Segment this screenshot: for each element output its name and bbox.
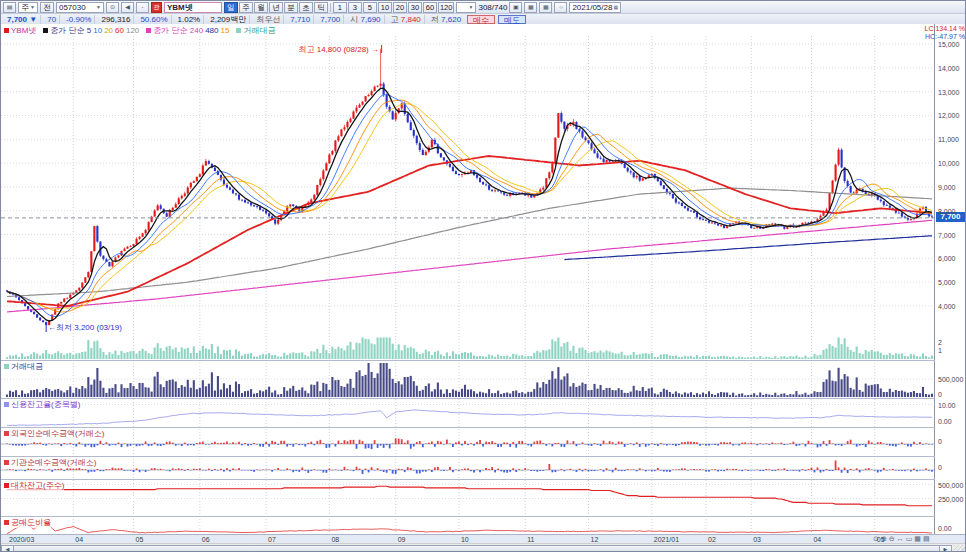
buy-button[interactable]: 매수	[467, 15, 495, 24]
date-field[interactable]: 2021/05/28▦	[569, 2, 621, 13]
legend-item[interactable]: YBM넷	[4, 25, 36, 36]
period-button-초[interactable]: 초	[299, 2, 313, 13]
chart-tool-icon[interactable]: ▭	[906, 535, 913, 543]
pane-divider	[1, 516, 935, 517]
legend-text: 10	[93, 26, 102, 35]
scrollbar-thumb[interactable]	[13, 545, 940, 552]
horizontal-scrollbar[interactable]: ◀ ▶	[1, 543, 966, 552]
price-axis-label: 10,000	[938, 160, 966, 167]
month-label: 07	[268, 536, 276, 543]
sound-icon[interactable]: ◀	[121, 2, 134, 13]
price-axis-label: 8,000	[938, 208, 966, 215]
open-price: 7,690	[361, 15, 381, 24]
axis-label: 2	[938, 339, 966, 346]
stock-code-input[interactable]: 057030▼	[56, 2, 104, 13]
interval-button-20[interactable]: 20	[393, 2, 407, 13]
month-label: 06	[202, 536, 210, 543]
interval-button-120[interactable]: 120	[438, 2, 455, 13]
price-axis-label: 14,000	[938, 65, 966, 72]
legend-item[interactable]: 종가 단순 24048015	[146, 25, 229, 36]
month-label: 2021/01	[654, 536, 679, 543]
chart-tool-icon[interactable]: ⊖	[889, 535, 895, 543]
change-percent: -0.90%	[63, 15, 95, 24]
legend-text: 종가 단순 240	[153, 25, 203, 36]
period-button-틱[interactable]: 틱	[314, 2, 328, 13]
rate2: 1.02%	[175, 15, 205, 24]
grid-icon[interactable]: ▦	[524, 2, 537, 13]
period-button-분[interactable]: 분	[284, 2, 298, 13]
chart-tool-icon[interactable]: ▦	[914, 535, 921, 543]
series-swatch-icon	[4, 520, 9, 525]
chart-area: YBM넷종가 단순 5102060120종가 단순 24048015거래대금 L…	[1, 24, 966, 534]
axis-label: 0.00	[938, 418, 966, 425]
axis-label: 500,000	[938, 482, 966, 489]
period-button-월[interactable]: 월	[254, 2, 268, 13]
high-annotation: 최고 14,800 (08/28) →	[299, 44, 380, 55]
price-axis-label: 6,000	[938, 255, 966, 262]
extra-combo[interactable]: ▼	[456, 2, 476, 13]
sell-button[interactable]: 매도	[498, 15, 526, 24]
low-label: 저	[431, 15, 439, 24]
month-label: 05	[877, 536, 885, 543]
chart-legend: YBM넷종가 단순 5102060120종가 단순 24048015거래대금	[4, 25, 275, 36]
period-button-주[interactable]: 주	[239, 2, 253, 13]
scroll-right-icon[interactable]: ▶	[939, 545, 952, 552]
low-annotation: ←최저 3,200 (03/19)	[48, 322, 122, 333]
jeon-button[interactable]: 전	[40, 2, 54, 13]
interval-buttons: 13510203060120	[333, 2, 455, 13]
legend-text: 120	[126, 26, 139, 35]
market-combo[interactable]: 주▼	[18, 2, 38, 13]
legend-text: 종가 단순 5	[50, 25, 91, 36]
chart-tool-icon[interactable]: ↔	[897, 535, 904, 543]
month-label: 12	[591, 536, 599, 543]
interval-button-3[interactable]: 3	[348, 2, 362, 13]
period-button-년[interactable]: 년	[269, 2, 283, 13]
interval-button-5[interactable]: 5	[363, 2, 377, 13]
hc-value: HC:-47.97 %	[925, 33, 965, 41]
series-swatch-icon	[236, 28, 241, 33]
stock-name-field: YBM넷	[164, 2, 222, 13]
search-icon[interactable]: ⊙	[106, 2, 119, 13]
pane-divider	[1, 456, 935, 457]
legend-text: 20	[104, 26, 113, 35]
series-swatch-icon	[4, 431, 9, 436]
calendar-icon[interactable]: ▦	[539, 2, 552, 13]
price-axis-label: 9,000	[938, 184, 966, 191]
lc-hc-readout: LC:134.14 % HC:-47.97 %	[925, 25, 965, 41]
legend-text: 480	[205, 26, 218, 35]
gear-icon[interactable]: ☼	[554, 2, 567, 13]
axis-label: 500,000	[938, 376, 966, 383]
high-label: 고	[391, 15, 399, 24]
interval-button-60[interactable]: 60	[423, 2, 437, 13]
chevron-down-icon: ▼	[96, 3, 101, 12]
pane-label-4: 기관순매수금액(거래소)	[4, 457, 96, 468]
price-chart-canvas[interactable]	[1, 24, 935, 534]
price-axis-label: 13,000	[938, 89, 966, 96]
month-label: 04	[813, 536, 821, 543]
price-axis-label: 12,000	[938, 112, 966, 119]
chart-tool-icon[interactable]: ▤	[923, 535, 930, 543]
interval-button-30[interactable]: 30	[408, 2, 422, 13]
interval-button-10[interactable]: 10	[378, 2, 392, 13]
price-axis-label: 7,000	[938, 232, 966, 239]
legend-item[interactable]: 거래대금	[236, 25, 275, 36]
calendar-icon: ▦	[613, 3, 618, 12]
period-button-일[interactable]: 일	[224, 2, 238, 13]
axis-label: 0	[938, 464, 966, 471]
current-price: 7,700 ▼	[4, 15, 41, 24]
pane-divider	[1, 360, 935, 361]
minus-icon[interactable]: -	[136, 2, 149, 13]
resize-grip[interactable]	[954, 545, 966, 552]
trade-value: 2,209백만	[207, 15, 250, 24]
copy-icon[interactable]: ▣	[509, 2, 522, 13]
time-axis: ⊙⊕⊖↔▭▦▤ 2020/030405060708091011122021/01…	[1, 534, 966, 543]
month-label: 11	[527, 536, 534, 543]
menu-icon[interactable]: ▤	[3, 2, 16, 13]
series-swatch-icon	[4, 460, 9, 465]
legend-text: 15	[220, 26, 229, 35]
interval-button-1[interactable]: 1	[333, 2, 347, 13]
series-swatch-icon	[4, 402, 9, 407]
pane-label-2: 신용잔고율(종목별)	[4, 399, 80, 410]
series-swatch-icon	[43, 28, 48, 33]
legend-item[interactable]: 종가 단순 5102060120	[43, 25, 139, 36]
